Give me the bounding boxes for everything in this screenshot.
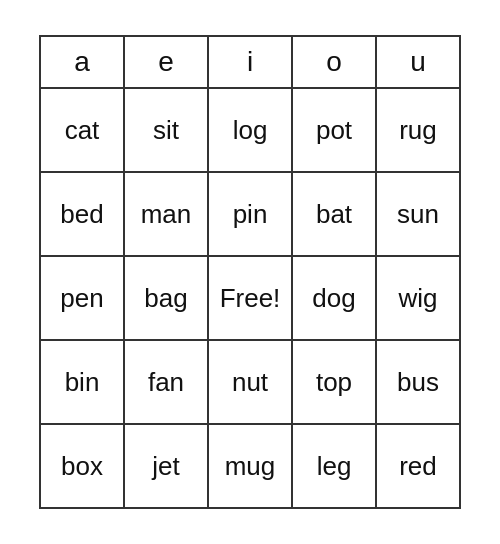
cell-r1-c1: man [124,172,208,256]
table-row: bedmanpinbatsun [40,172,460,256]
cell-r2-c3: dog [292,256,376,340]
cell-r4-c2: mug [208,424,292,508]
cell-r4-c1: jet [124,424,208,508]
cell-r2-c0: pen [40,256,124,340]
cell-r2-c1: bag [124,256,208,340]
cell-r1-c0: bed [40,172,124,256]
header-cell-e: e [124,36,208,88]
cell-r1-c4: sun [376,172,460,256]
cell-r1-c3: bat [292,172,376,256]
cell-r2-c4: wig [376,256,460,340]
cell-r4-c0: box [40,424,124,508]
cell-r0-c0: cat [40,88,124,172]
cell-r3-c3: top [292,340,376,424]
table-row: penbagFree!dogwig [40,256,460,340]
cell-r0-c4: rug [376,88,460,172]
bingo-header: aeiou [40,36,460,88]
header-cell-u: u [376,36,460,88]
cell-r3-c1: fan [124,340,208,424]
table-row: catsitlogpotrug [40,88,460,172]
header-cell-o: o [292,36,376,88]
cell-r1-c2: pin [208,172,292,256]
cell-r0-c2: log [208,88,292,172]
cell-r0-c3: pot [292,88,376,172]
cell-r3-c0: bin [40,340,124,424]
table-row: boxjetmuglegred [40,424,460,508]
header-cell-a: a [40,36,124,88]
table-row: binfannuttopbus [40,340,460,424]
header-cell-i: i [208,36,292,88]
cell-r2-c2: Free! [208,256,292,340]
bingo-container: aeiou catsitlogpotrugbedmanpinbatsunpenb… [0,0,500,544]
bingo-body: catsitlogpotrugbedmanpinbatsunpenbagFree… [40,88,460,508]
bingo-table: aeiou catsitlogpotrugbedmanpinbatsunpenb… [39,35,461,509]
header-row: aeiou [40,36,460,88]
cell-r4-c3: leg [292,424,376,508]
cell-r0-c1: sit [124,88,208,172]
cell-r4-c4: red [376,424,460,508]
cell-r3-c2: nut [208,340,292,424]
cell-r3-c4: bus [376,340,460,424]
